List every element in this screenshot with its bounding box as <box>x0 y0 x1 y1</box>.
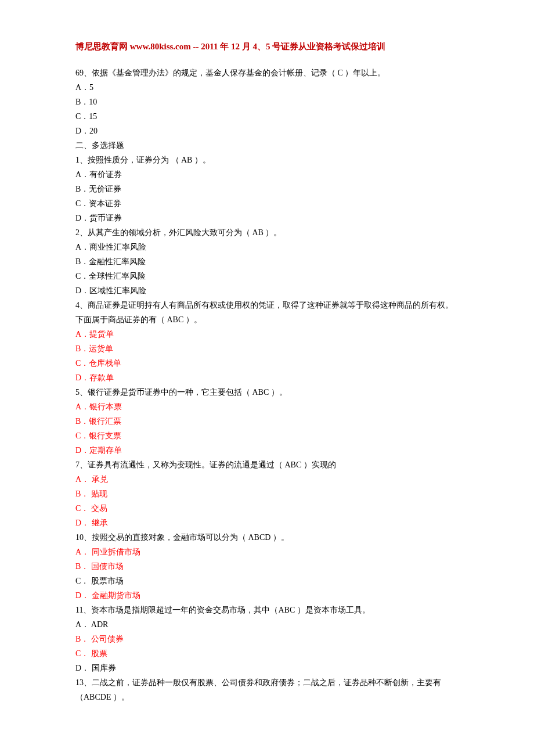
text-line: D．定期存单 <box>75 443 459 458</box>
text-line: B．银行汇票 <box>75 414 459 429</box>
text-line: 7、证券具有流通性，又称为变现性。证券的流通是通过（ ABC ）实现的 <box>75 458 459 472</box>
text-line: D．货币证券 <box>75 211 459 225</box>
text-line: 13、二战之前，证券品种一般仅有股票、公司债券和政府债券；二战之后，证券品种不断… <box>75 675 459 704</box>
text-line: C．全球性汇率风险 <box>75 269 459 283</box>
text-line: B．运货单 <box>75 341 459 356</box>
document-page: 博尼思教育网 www.80kiss.com -- 2011 年 12 月 4、5… <box>0 0 534 756</box>
text-line: D．20 <box>75 124 459 138</box>
text-line: D．存款单 <box>75 370 459 385</box>
text-line: B．无价证券 <box>75 182 459 196</box>
text-line: D． 继承 <box>75 516 459 530</box>
text-line: D．区域性汇率风险 <box>75 283 459 298</box>
text-line: 4、商品证券是证明持有人有商品所有权或使用权的凭证，取得了这种证券就等于取得这种… <box>75 298 459 327</box>
page-header: 博尼思教育网 www.80kiss.com -- 2011 年 12 月 4、5… <box>75 39 459 54</box>
text-line: A．商业性汇率风险 <box>75 240 459 254</box>
text-line: B． 贴现 <box>75 487 459 501</box>
text-line: 69、依据《基金管理办法》的规定，基金人保存基金的会计帐册、记录（ C ）年以上… <box>75 66 459 80</box>
text-line: D． 金融期货市场 <box>75 588 459 603</box>
text-line: A．有价证券 <box>75 167 459 182</box>
text-line: C．仓库栈单 <box>75 356 459 370</box>
text-line: C．15 <box>75 109 459 124</box>
text-line: A． 承兑 <box>75 472 459 487</box>
text-line: 5、银行证券是货币证券中的一种，它主要包括（ ABC ）。 <box>75 385 459 399</box>
text-line: C．资本证券 <box>75 196 459 211</box>
text-line: 11、资本市场是指期限超过一年的资金交易市场，其中（ABC ）是资本市场工具。 <box>75 603 459 617</box>
text-line: A． ADR <box>75 617 459 632</box>
text-line: A．银行本票 <box>75 399 459 414</box>
text-line: D． 国库券 <box>75 661 459 675</box>
text-line: C．银行支票 <box>75 429 459 443</box>
text-line: C． 交易 <box>75 501 459 516</box>
text-line: C． 股票 <box>75 646 459 661</box>
text-line: C． 股票市场 <box>75 574 459 588</box>
text-line: A．5 <box>75 80 459 95</box>
text-line: 1、按照性质分，证券分为 （ AB ）。 <box>75 153 459 167</box>
text-line: B．金融性汇率风险 <box>75 254 459 269</box>
text-line: A．提货单 <box>75 327 459 341</box>
text-line: B． 公司债券 <box>75 632 459 646</box>
text-line: B．10 <box>75 95 459 109</box>
text-line: 二、多选择题 <box>75 138 459 153</box>
text-line: A． 同业拆借市场 <box>75 545 459 559</box>
text-line: 2、从其产生的领域分析，外汇风险大致可分为（ AB ）。 <box>75 225 459 240</box>
text-line: B． 国债市场 <box>75 559 459 574</box>
document-body: 69、依据《基金管理办法》的规定，基金人保存基金的会计帐册、记录（ C ）年以上… <box>75 66 459 704</box>
text-line: 10、按照交易的直接对象，金融市场可以分为（ ABCD ）。 <box>75 530 459 545</box>
